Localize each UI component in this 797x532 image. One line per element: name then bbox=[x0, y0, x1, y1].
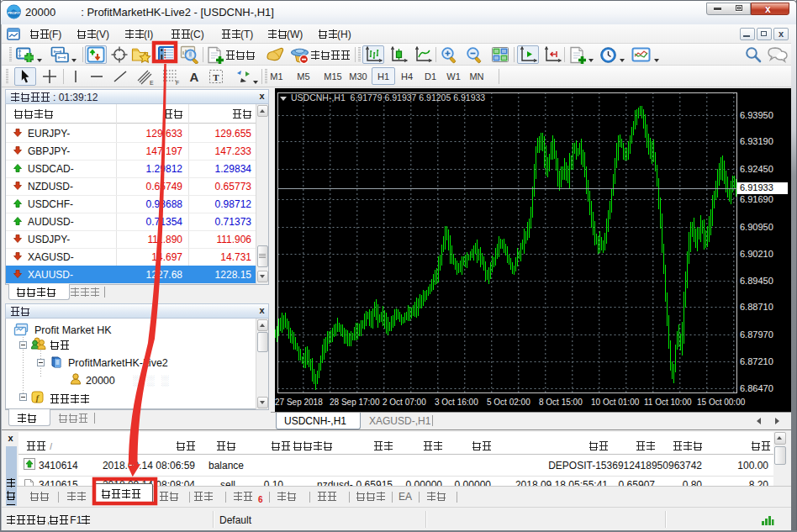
svg-text:E: E bbox=[150, 80, 154, 86]
svg-text:PROFIT: PROFIT bbox=[8, 11, 20, 15]
svg-text:T: T bbox=[213, 72, 219, 82]
svg-text:F: F bbox=[176, 80, 179, 86]
